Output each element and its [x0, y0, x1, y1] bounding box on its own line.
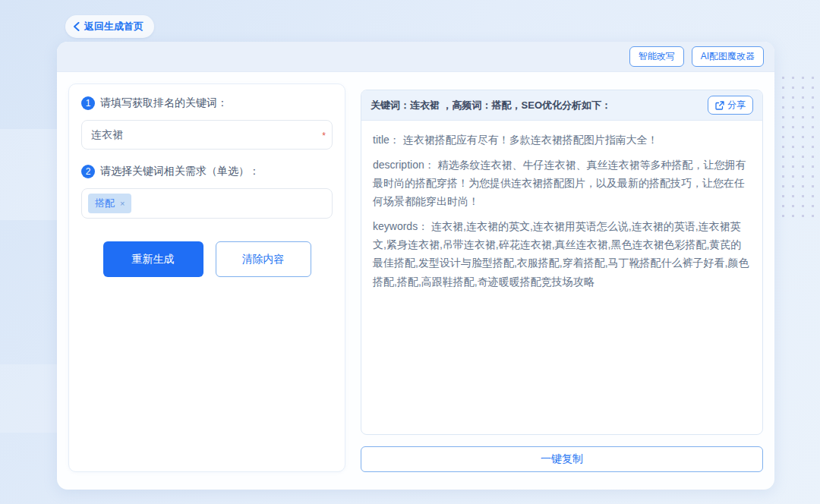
- regenerate-button[interactable]: 重新生成: [103, 241, 203, 277]
- copy-all-button[interactable]: 一键复制: [361, 446, 763, 472]
- seo-title-line: title： 连衣裙搭配应有尽有！多款连衣裙搭配图片指南大全！: [373, 131, 751, 149]
- share-icon: [715, 101, 724, 110]
- keyword-form-panel: 1 请填写获取排名的关键词： * 2 请选择关键词相关需求（单选）： 搭配 × …: [68, 83, 345, 472]
- step2-label-row: 2 请选择关键词相关需求（单选）：: [81, 165, 333, 178]
- chevron-left-icon: [73, 22, 80, 31]
- share-button-label: 分享: [727, 99, 746, 112]
- step2-label: 请选择关键词相关需求（单选）：: [100, 165, 260, 178]
- generator-card: 智能改写 AI配图魔改器 1 请填写获取排名的关键词： * 2 请选择关键词相关…: [57, 42, 774, 490]
- step2-number-badge: 2: [81, 165, 95, 178]
- tag-remove-icon[interactable]: ×: [120, 199, 125, 208]
- step1-label-row: 1 请填写获取排名的关键词：: [81, 96, 333, 110]
- background-dot-pattern: [768, 73, 820, 225]
- back-button-label: 返回生成首页: [84, 20, 144, 33]
- smart-rewrite-button[interactable]: 智能改写: [629, 46, 684, 67]
- result-header: 关键词：连衣裙 ，高频词：搭配，SEO优化分析如下： 分享: [361, 90, 762, 121]
- demand-select[interactable]: 搭配 ×: [81, 188, 333, 219]
- clear-content-button[interactable]: 清除内容: [216, 241, 311, 277]
- result-column: 关键词：连衣裙 ，高频词：搭配，SEO优化分析如下： 分享 title： 连衣裙…: [361, 83, 763, 472]
- seo-description-line: description： 精选条纹连衣裙、牛仔连衣裙、真丝连衣裙等多种搭配，让您…: [373, 156, 751, 210]
- selected-demand-tag: 搭配 ×: [88, 194, 131, 213]
- step1-label: 请填写获取排名的关键词：: [100, 96, 228, 110]
- seo-result-box: 关键词：连衣裙 ，高频词：搭配，SEO优化分析如下： 分享 title： 连衣裙…: [361, 90, 763, 435]
- seo-analysis-text: title： 连衣裙搭配应有尽有！多款连衣裙搭配图片指南大全！ descript…: [361, 121, 762, 307]
- tag-label: 搭配: [95, 197, 115, 210]
- seo-keywords-line: keywords： 连衣裙,连衣裙的英文,连衣裙用英语怎么说,连衣裙的英语,连衣…: [373, 217, 751, 290]
- share-button[interactable]: 分享: [708, 96, 753, 115]
- ai-image-remix-button[interactable]: AI配图魔改器: [692, 46, 764, 67]
- keyword-input[interactable]: [81, 120, 333, 150]
- required-asterisk: *: [322, 130, 326, 140]
- back-to-home-button[interactable]: 返回生成首页: [65, 15, 154, 38]
- result-header-title: 关键词：连衣裙 ，高频词：搭配，SEO优化分析如下：: [371, 99, 611, 112]
- keyword-input-wrap: *: [81, 120, 333, 150]
- step1-number-badge: 1: [81, 96, 95, 110]
- form-actions: 重新生成 清除内容: [81, 241, 333, 277]
- card-toolbar: 智能改写 AI配图魔改器: [57, 42, 774, 72]
